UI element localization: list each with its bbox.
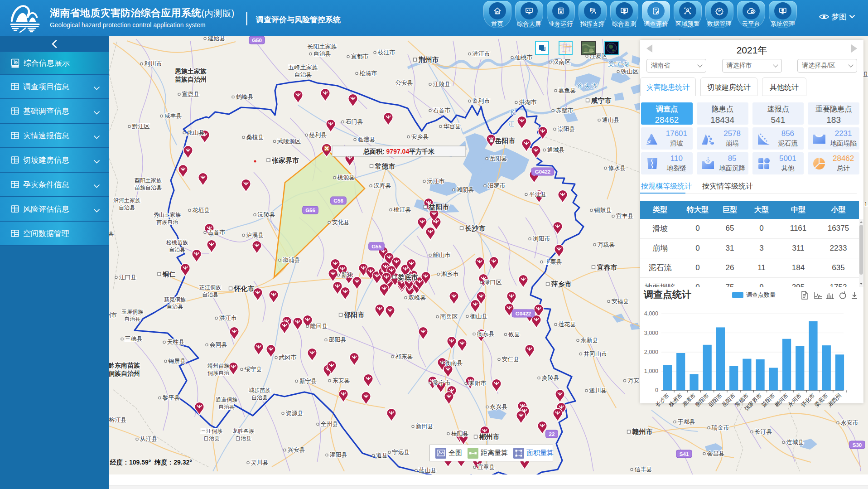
- svg-text:隆回县: 隆回县: [310, 323, 328, 329]
- svg-text:益阳市: 益阳市: [760, 392, 776, 408]
- svg-text:自治县: 自治县: [251, 394, 268, 401]
- svg-text:溆浦县: 溆浦县: [283, 257, 300, 263]
- svg-text:自治县: 自治县: [202, 291, 218, 298]
- svg-text:铁山区: 铁山区: [621, 68, 639, 75]
- svg-text:临澧县: 临澧县: [358, 136, 376, 143]
- svg-text:锦屏县: 锦屏县: [168, 358, 186, 364]
- svg-text:灌阳县: 灌阳县: [330, 451, 347, 458]
- svg-text:枝江市: 枝江市: [378, 49, 395, 56]
- svg-text:州市: 州市: [109, 312, 117, 319]
- svg-text:榕江县: 榕江县: [109, 416, 127, 423]
- svg-text:松桃苗族: 松桃苗族: [166, 239, 188, 246]
- svg-text:新田县: 新田县: [416, 423, 434, 430]
- svg-text:信丰县: 信丰县: [634, 466, 652, 473]
- svg-text:花垣县: 花垣县: [192, 207, 210, 213]
- svg-text:常宁市: 常宁市: [433, 379, 451, 386]
- svg-text:双峰县: 双峰县: [408, 294, 426, 301]
- svg-text:郴州市: 郴州市: [773, 392, 789, 408]
- svg-text:井冈山市: 井冈山市: [583, 350, 607, 357]
- svg-text:全州县: 全州县: [321, 421, 338, 427]
- svg-text:长阳土家族: 长阳土家族: [308, 43, 337, 50]
- svg-text:荆州市: 荆州市: [418, 56, 439, 63]
- svg-text:铜仁: 铜仁: [162, 271, 176, 278]
- svg-text:铜鼓县: 铜鼓县: [594, 207, 612, 213]
- svg-text:22: 22: [549, 431, 555, 437]
- svg-text:宜都市: 宜都市: [351, 53, 369, 60]
- svg-text:浏阳市: 浏阳市: [533, 235, 550, 242]
- svg-text:株洲市: 株洲市: [667, 392, 684, 408]
- svg-text:公安县: 公安县: [395, 79, 413, 86]
- svg-text:龙山县: 龙山县: [187, 129, 205, 136]
- svg-text:自治县: 自治县: [169, 247, 185, 253]
- svg-text:龙胜各族: 龙胜各族: [232, 428, 254, 434]
- svg-text:湘潭市: 湘潭市: [680, 392, 697, 408]
- svg-text:资源县: 资源县: [286, 410, 304, 416]
- svg-text:恩施土家族: 恩施土家族: [174, 68, 207, 75]
- svg-text:武冈市: 武冈市: [279, 354, 297, 361]
- svg-text:宜丰县: 宜丰县: [616, 213, 634, 219]
- svg-text:建始县: 建始县: [207, 36, 226, 42]
- svg-text:G0422: G0422: [516, 311, 531, 316]
- svg-text:S41: S41: [680, 451, 689, 457]
- svg-text:宁远县: 宁远县: [392, 449, 410, 455]
- svg-text:江陵县: 江陵县: [433, 81, 451, 87]
- svg-text:桂阳县: 桂阳县: [451, 430, 469, 437]
- svg-text:自治县: 自治县: [313, 50, 331, 57]
- svg-text:桃江县: 桃江县: [393, 206, 411, 213]
- svg-text:武陵源区: 武陵源区: [277, 138, 301, 145]
- svg-text:湘乡市: 湘乡市: [441, 271, 459, 277]
- svg-text:平江县: 平江县: [529, 191, 547, 198]
- svg-text:连城县: 连城县: [786, 439, 804, 445]
- svg-text:酉阳土家族: 酉阳土家族: [135, 177, 162, 184]
- svg-text:泸溪县: 泸溪县: [246, 232, 264, 238]
- svg-text:从江县: 从江县: [140, 436, 158, 442]
- svg-text:于都县: 于都县: [678, 418, 695, 425]
- svg-text:耒阳市: 耒阳市: [469, 380, 487, 387]
- svg-text:渌口区: 渌口区: [484, 279, 502, 286]
- svg-text:通城县: 通城县: [547, 146, 565, 153]
- svg-text:苗族自治县: 苗族自治县: [135, 184, 162, 191]
- svg-text:梁 子 湖: 梁 子 湖: [608, 61, 629, 68]
- svg-text:瑞金市: 瑞金市: [712, 424, 729, 431]
- svg-text:怀化市: 怀化市: [234, 285, 255, 292]
- svg-text:长汀县: 长汀县: [755, 428, 772, 435]
- svg-text:祁东县: 祁东县: [395, 353, 413, 360]
- svg-text:赤壁市: 赤壁市: [556, 107, 574, 114]
- svg-text:沅陵县: 沅陵县: [257, 211, 275, 218]
- svg-text:宣恩县: 宣恩县: [182, 91, 200, 97]
- svg-text:遂川县: 遂川县: [589, 387, 607, 394]
- svg-text:三江侗族: 三江侗族: [201, 428, 222, 434]
- svg-text:赣州市: 赣州市: [632, 428, 653, 436]
- svg-text:江口县: 江口县: [119, 274, 137, 281]
- svg-text:汉寿县: 汉寿县: [374, 182, 391, 189]
- svg-text:靖州苗族: 靖州苗族: [207, 363, 229, 369]
- svg-text:斧 头 湖: 斧 头 湖: [577, 82, 598, 89]
- svg-text:三穗县: 三穗县: [125, 335, 143, 342]
- svg-text:蓝山县: 蓝山县: [419, 467, 437, 474]
- svg-text:崇阳县: 崇阳县: [558, 126, 575, 132]
- svg-text:慈利县: 慈利县: [309, 131, 327, 138]
- svg-text:洪江市: 洪江市: [219, 315, 237, 321]
- svg-text:炎陵县: 炎陵县: [542, 374, 559, 381]
- svg-text:自治县: 自治县: [294, 71, 312, 78]
- svg-text:新晃侗族: 新晃侗族: [164, 296, 186, 303]
- svg-text:总面积: 9797.04平方千米: 总面积: 9797.04平方千米: [363, 148, 434, 155]
- svg-text:1: 1: [864, 201, 868, 208]
- svg-text:万安: 万安: [627, 377, 639, 384]
- svg-text:永州市: 永州市: [787, 392, 803, 408]
- svg-text:衡东县: 衡东县: [477, 330, 495, 337]
- svg-text:咸丰县: 咸丰县: [164, 112, 182, 119]
- svg-text:安福县: 安福县: [612, 298, 629, 305]
- svg-text:灵川县: 灵川县: [251, 459, 269, 466]
- svg-text:益阳市: 益阳市: [429, 203, 449, 211]
- svg-text:萍乡市: 萍乡市: [551, 280, 572, 288]
- svg-text:湘阴县: 湘阴县: [457, 186, 474, 193]
- svg-text:沅江市: 沅江市: [427, 178, 445, 184]
- svg-text:衡南县: 衡南县: [445, 359, 463, 366]
- svg-text:自治县: 自治县: [235, 435, 251, 441]
- svg-text:宜章县: 宜章县: [477, 464, 495, 470]
- svg-text:玉屏侗族: 玉屏侗族: [121, 309, 143, 315]
- svg-text:芷江侗族: 芷江侗族: [199, 284, 221, 290]
- svg-text:县: 县: [109, 231, 114, 237]
- svg-text:韶山市: 韶山市: [433, 252, 451, 258]
